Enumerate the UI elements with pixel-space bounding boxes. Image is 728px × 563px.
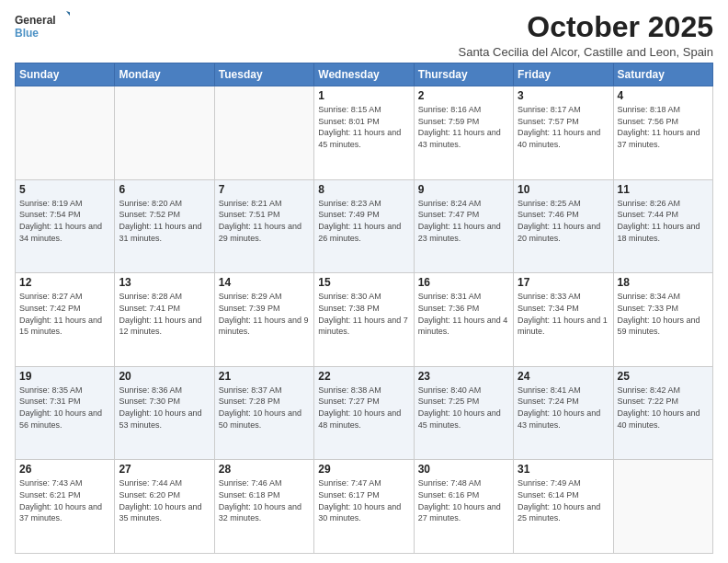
calendar-cell-w3d4: 15Sunrise: 8:30 AM Sunset: 7:38 PM Dayli… <box>314 273 414 367</box>
calendar-cell-w1d3 <box>214 86 313 180</box>
header: General Blue October 2025 Santa Cecilia … <box>15 11 713 59</box>
day-number: 8 <box>318 183 409 196</box>
day-info: Sunrise: 8:26 AM Sunset: 7:44 PM Dayligh… <box>618 198 709 244</box>
day-number: 9 <box>418 183 509 196</box>
day-number: 22 <box>318 370 409 383</box>
col-sunday: Sunday <box>16 63 115 86</box>
calendar-cell-w4d6: 24Sunrise: 8:41 AM Sunset: 7:24 PM Dayli… <box>514 366 613 460</box>
day-info: Sunrise: 8:25 AM Sunset: 7:46 PM Dayligh… <box>518 198 609 244</box>
day-number: 6 <box>119 183 210 196</box>
calendar-cell-w3d7: 18Sunrise: 8:34 AM Sunset: 7:33 PM Dayli… <box>613 273 712 367</box>
day-number: 1 <box>318 89 409 102</box>
calendar-cell-w3d6: 17Sunrise: 8:33 AM Sunset: 7:34 PM Dayli… <box>514 273 613 367</box>
col-saturday: Saturday <box>613 63 712 86</box>
day-number: 27 <box>119 463 210 476</box>
day-number: 15 <box>318 276 409 289</box>
day-info: Sunrise: 8:27 AM Sunset: 7:42 PM Dayligh… <box>19 291 110 337</box>
week-row-2: 5Sunrise: 8:19 AM Sunset: 7:54 PM Daylig… <box>16 179 713 273</box>
day-info: Sunrise: 8:28 AM Sunset: 7:41 PM Dayligh… <box>119 291 210 337</box>
day-number: 31 <box>518 463 609 476</box>
svg-text:Blue: Blue <box>15 27 39 40</box>
title-block: October 2025 Santa Cecilia del Alcor, Ca… <box>458 11 713 59</box>
day-number: 11 <box>618 183 709 196</box>
svg-text:General: General <box>15 14 56 27</box>
day-info: Sunrise: 7:49 AM Sunset: 6:14 PM Dayligh… <box>518 477 609 523</box>
day-info: Sunrise: 8:34 AM Sunset: 7:33 PM Dayligh… <box>618 291 709 337</box>
day-info: Sunrise: 8:16 AM Sunset: 7:59 PM Dayligh… <box>418 104 509 150</box>
calendar-cell-w1d2 <box>115 86 214 180</box>
calendar-cell-w3d5: 16Sunrise: 8:31 AM Sunset: 7:36 PM Dayli… <box>414 273 513 367</box>
calendar-cell-w5d6: 31Sunrise: 7:49 AM Sunset: 6:14 PM Dayli… <box>514 460 613 554</box>
calendar-cell-w1d5: 2Sunrise: 8:16 AM Sunset: 7:59 PM Daylig… <box>414 86 513 180</box>
svg-marker-3 <box>66 11 70 18</box>
day-number: 10 <box>518 183 609 196</box>
col-wednesday: Wednesday <box>314 63 414 86</box>
calendar-cell-w1d7: 4Sunrise: 8:18 AM Sunset: 7:56 PM Daylig… <box>613 86 712 180</box>
week-row-3: 12Sunrise: 8:27 AM Sunset: 7:42 PM Dayli… <box>16 273 713 367</box>
day-info: Sunrise: 7:44 AM Sunset: 6:20 PM Dayligh… <box>119 477 210 523</box>
day-number: 30 <box>418 463 509 476</box>
calendar-header-row: Sunday Monday Tuesday Wednesday Thursday… <box>16 63 713 86</box>
day-info: Sunrise: 8:33 AM Sunset: 7:34 PM Dayligh… <box>518 291 609 337</box>
day-info: Sunrise: 7:47 AM Sunset: 6:17 PM Dayligh… <box>318 477 409 523</box>
logo-svg: General Blue <box>15 11 70 44</box>
day-info: Sunrise: 8:38 AM Sunset: 7:27 PM Dayligh… <box>318 385 409 431</box>
day-number: 19 <box>19 370 110 383</box>
day-info: Sunrise: 8:21 AM Sunset: 7:51 PM Dayligh… <box>219 198 310 244</box>
calendar-cell-w4d5: 23Sunrise: 8:40 AM Sunset: 7:25 PM Dayli… <box>414 366 513 460</box>
day-info: Sunrise: 8:29 AM Sunset: 7:39 PM Dayligh… <box>219 291 310 337</box>
page: General Blue October 2025 Santa Cecilia … <box>0 0 728 563</box>
calendar-cell-w2d4: 8Sunrise: 8:23 AM Sunset: 7:49 PM Daylig… <box>314 179 414 273</box>
day-info: Sunrise: 8:37 AM Sunset: 7:28 PM Dayligh… <box>219 385 310 431</box>
calendar-cell-w2d6: 10Sunrise: 8:25 AM Sunset: 7:46 PM Dayli… <box>514 179 613 273</box>
day-number: 7 <box>219 183 310 196</box>
calendar-cell-w3d3: 14Sunrise: 8:29 AM Sunset: 7:39 PM Dayli… <box>214 273 313 367</box>
col-monday: Monday <box>115 63 214 86</box>
week-row-5: 26Sunrise: 7:43 AM Sunset: 6:21 PM Dayli… <box>16 460 713 554</box>
week-row-1: 1Sunrise: 8:15 AM Sunset: 8:01 PM Daylig… <box>16 86 713 180</box>
day-number: 17 <box>518 276 609 289</box>
day-info: Sunrise: 8:36 AM Sunset: 7:30 PM Dayligh… <box>119 385 210 431</box>
col-friday: Friday <box>514 63 613 86</box>
day-number: 3 <box>518 89 609 102</box>
day-number: 25 <box>618 370 709 383</box>
day-number: 21 <box>219 370 310 383</box>
day-number: 29 <box>318 463 409 476</box>
calendar-cell-w5d5: 30Sunrise: 7:48 AM Sunset: 6:16 PM Dayli… <box>414 460 513 554</box>
col-tuesday: Tuesday <box>214 63 313 86</box>
day-info: Sunrise: 8:23 AM Sunset: 7:49 PM Dayligh… <box>318 198 409 244</box>
day-info: Sunrise: 8:42 AM Sunset: 7:22 PM Dayligh… <box>618 385 709 431</box>
day-info: Sunrise: 8:15 AM Sunset: 8:01 PM Dayligh… <box>318 104 409 150</box>
logo: General Blue <box>15 11 70 44</box>
day-info: Sunrise: 8:18 AM Sunset: 7:56 PM Dayligh… <box>618 104 709 150</box>
calendar-cell-w4d7: 25Sunrise: 8:42 AM Sunset: 7:22 PM Dayli… <box>613 366 712 460</box>
day-info: Sunrise: 8:31 AM Sunset: 7:36 PM Dayligh… <box>418 291 509 337</box>
calendar-cell-w3d2: 13Sunrise: 8:28 AM Sunset: 7:41 PM Dayli… <box>115 273 214 367</box>
day-number: 23 <box>418 370 509 383</box>
month-title: October 2025 <box>458 11 713 43</box>
calendar-cell-w1d6: 3Sunrise: 8:17 AM Sunset: 7:57 PM Daylig… <box>514 86 613 180</box>
day-number: 5 <box>19 183 110 196</box>
day-info: Sunrise: 7:46 AM Sunset: 6:18 PM Dayligh… <box>219 477 310 523</box>
calendar-cell-w4d2: 20Sunrise: 8:36 AM Sunset: 7:30 PM Dayli… <box>115 366 214 460</box>
calendar-cell-w2d5: 9Sunrise: 8:24 AM Sunset: 7:47 PM Daylig… <box>414 179 513 273</box>
day-number: 26 <box>19 463 110 476</box>
day-info: Sunrise: 8:35 AM Sunset: 7:31 PM Dayligh… <box>19 385 110 431</box>
col-thursday: Thursday <box>414 63 513 86</box>
day-info: Sunrise: 8:19 AM Sunset: 7:54 PM Dayligh… <box>19 198 110 244</box>
calendar-cell-w4d1: 19Sunrise: 8:35 AM Sunset: 7:31 PM Dayli… <box>16 366 115 460</box>
calendar-cell-w5d7 <box>613 460 712 554</box>
day-number: 24 <box>518 370 609 383</box>
day-info: Sunrise: 8:30 AM Sunset: 7:38 PM Dayligh… <box>318 291 409 337</box>
day-number: 28 <box>219 463 310 476</box>
calendar-cell-w2d3: 7Sunrise: 8:21 AM Sunset: 7:51 PM Daylig… <box>214 179 313 273</box>
calendar-cell-w5d1: 26Sunrise: 7:43 AM Sunset: 6:21 PM Dayli… <box>16 460 115 554</box>
day-info: Sunrise: 8:20 AM Sunset: 7:52 PM Dayligh… <box>119 198 210 244</box>
calendar-cell-w4d3: 21Sunrise: 8:37 AM Sunset: 7:28 PM Dayli… <box>214 366 313 460</box>
calendar-cell-w1d1 <box>16 86 115 180</box>
day-number: 2 <box>418 89 509 102</box>
day-info: Sunrise: 7:43 AM Sunset: 6:21 PM Dayligh… <box>19 477 110 523</box>
day-number: 13 <box>119 276 210 289</box>
calendar-table: Sunday Monday Tuesday Wednesday Thursday… <box>15 63 713 554</box>
day-number: 18 <box>618 276 709 289</box>
